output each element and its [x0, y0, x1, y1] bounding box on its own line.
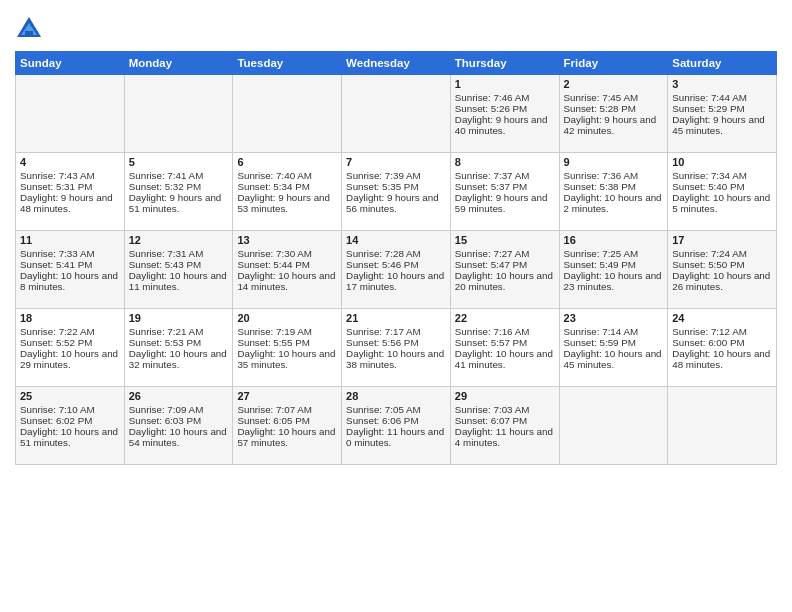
daylight-text: Daylight: 10 hours and 54 minutes.: [129, 426, 227, 448]
sunset-text: Sunset: 5:56 PM: [346, 337, 418, 348]
calendar-cell: 27Sunrise: 7:07 AMSunset: 6:05 PMDayligh…: [233, 387, 342, 465]
calendar-header-row: SundayMondayTuesdayWednesdayThursdayFrid…: [16, 52, 777, 75]
sunrise-text: Sunrise: 7:24 AM: [672, 248, 747, 259]
daylight-text: Daylight: 10 hours and 41 minutes.: [455, 348, 553, 370]
daylight-text: Daylight: 10 hours and 45 minutes.: [564, 348, 662, 370]
daylight-text: Daylight: 9 hours and 40 minutes.: [455, 114, 548, 136]
calendar-cell: 24Sunrise: 7:12 AMSunset: 6:00 PMDayligh…: [668, 309, 777, 387]
day-number: 3: [672, 78, 772, 90]
daylight-text: Daylight: 9 hours and 48 minutes.: [20, 192, 113, 214]
day-number: 24: [672, 312, 772, 324]
sunrise-text: Sunrise: 7:10 AM: [20, 404, 95, 415]
day-number: 18: [20, 312, 120, 324]
calendar-cell: 28Sunrise: 7:05 AMSunset: 6:06 PMDayligh…: [342, 387, 451, 465]
calendar-week-row: 4Sunrise: 7:43 AMSunset: 5:31 PMDaylight…: [16, 153, 777, 231]
day-number: 10: [672, 156, 772, 168]
daylight-text: Daylight: 10 hours and 48 minutes.: [672, 348, 770, 370]
sunrise-text: Sunrise: 7:07 AM: [237, 404, 312, 415]
day-number: 9: [564, 156, 664, 168]
weekday-header: Monday: [124, 52, 233, 75]
day-number: 17: [672, 234, 772, 246]
svg-rect-2: [25, 31, 33, 37]
sunrise-text: Sunrise: 7:37 AM: [455, 170, 530, 181]
sunset-text: Sunset: 5:50 PM: [672, 259, 744, 270]
sunset-text: Sunset: 5:34 PM: [237, 181, 309, 192]
day-number: 1: [455, 78, 555, 90]
calendar-cell: 14Sunrise: 7:28 AMSunset: 5:46 PMDayligh…: [342, 231, 451, 309]
calendar-body: 1Sunrise: 7:46 AMSunset: 5:26 PMDaylight…: [16, 75, 777, 465]
daylight-text: Daylight: 11 hours and 4 minutes.: [455, 426, 553, 448]
daylight-text: Daylight: 9 hours and 45 minutes.: [672, 114, 765, 136]
sunrise-text: Sunrise: 7:09 AM: [129, 404, 204, 415]
daylight-text: Daylight: 10 hours and 57 minutes.: [237, 426, 335, 448]
sunset-text: Sunset: 5:59 PM: [564, 337, 636, 348]
calendar-cell: 1Sunrise: 7:46 AMSunset: 5:26 PMDaylight…: [450, 75, 559, 153]
sunset-text: Sunset: 5:57 PM: [455, 337, 527, 348]
calendar-cell: 4Sunrise: 7:43 AMSunset: 5:31 PMDaylight…: [16, 153, 125, 231]
sunset-text: Sunset: 5:47 PM: [455, 259, 527, 270]
sunset-text: Sunset: 5:49 PM: [564, 259, 636, 270]
sunrise-text: Sunrise: 7:16 AM: [455, 326, 530, 337]
calendar-cell: 26Sunrise: 7:09 AMSunset: 6:03 PMDayligh…: [124, 387, 233, 465]
weekday-header: Wednesday: [342, 52, 451, 75]
daylight-text: Daylight: 10 hours and 32 minutes.: [129, 348, 227, 370]
sunset-text: Sunset: 6:02 PM: [20, 415, 92, 426]
day-number: 26: [129, 390, 229, 402]
weekday-header: Thursday: [450, 52, 559, 75]
daylight-text: Daylight: 10 hours and 17 minutes.: [346, 270, 444, 292]
header: [15, 10, 777, 43]
sunrise-text: Sunrise: 7:39 AM: [346, 170, 421, 181]
day-number: 8: [455, 156, 555, 168]
day-number: 22: [455, 312, 555, 324]
daylight-text: Daylight: 9 hours and 53 minutes.: [237, 192, 330, 214]
daylight-text: Daylight: 9 hours and 51 minutes.: [129, 192, 222, 214]
day-number: 16: [564, 234, 664, 246]
sunrise-text: Sunrise: 7:36 AM: [564, 170, 639, 181]
sunset-text: Sunset: 5:43 PM: [129, 259, 201, 270]
calendar-table: SundayMondayTuesdayWednesdayThursdayFrid…: [15, 51, 777, 465]
sunset-text: Sunset: 5:41 PM: [20, 259, 92, 270]
sunrise-text: Sunrise: 7:34 AM: [672, 170, 747, 181]
sunrise-text: Sunrise: 7:28 AM: [346, 248, 421, 259]
calendar-cell: 8Sunrise: 7:37 AMSunset: 5:37 PMDaylight…: [450, 153, 559, 231]
calendar-cell: 9Sunrise: 7:36 AMSunset: 5:38 PMDaylight…: [559, 153, 668, 231]
daylight-text: Daylight: 9 hours and 59 minutes.: [455, 192, 548, 214]
daylight-text: Daylight: 10 hours and 2 minutes.: [564, 192, 662, 214]
sunrise-text: Sunrise: 7:21 AM: [129, 326, 204, 337]
calendar-cell: [668, 387, 777, 465]
calendar-cell: 10Sunrise: 7:34 AMSunset: 5:40 PMDayligh…: [668, 153, 777, 231]
calendar-cell: 2Sunrise: 7:45 AMSunset: 5:28 PMDaylight…: [559, 75, 668, 153]
calendar-cell: 17Sunrise: 7:24 AMSunset: 5:50 PMDayligh…: [668, 231, 777, 309]
sunset-text: Sunset: 5:28 PM: [564, 103, 636, 114]
daylight-text: Daylight: 10 hours and 23 minutes.: [564, 270, 662, 292]
sunrise-text: Sunrise: 7:30 AM: [237, 248, 312, 259]
sunrise-text: Sunrise: 7:44 AM: [672, 92, 747, 103]
day-number: 28: [346, 390, 446, 402]
sunset-text: Sunset: 5:29 PM: [672, 103, 744, 114]
calendar-cell: 7Sunrise: 7:39 AMSunset: 5:35 PMDaylight…: [342, 153, 451, 231]
sunrise-text: Sunrise: 7:31 AM: [129, 248, 204, 259]
sunset-text: Sunset: 5:32 PM: [129, 181, 201, 192]
weekday-header: Saturday: [668, 52, 777, 75]
calendar-cell: [342, 75, 451, 153]
calendar-cell: 11Sunrise: 7:33 AMSunset: 5:41 PMDayligh…: [16, 231, 125, 309]
sunrise-text: Sunrise: 7:43 AM: [20, 170, 95, 181]
sunrise-text: Sunrise: 7:12 AM: [672, 326, 747, 337]
day-number: 23: [564, 312, 664, 324]
sunrise-text: Sunrise: 7:14 AM: [564, 326, 639, 337]
day-number: 15: [455, 234, 555, 246]
day-number: 11: [20, 234, 120, 246]
sunrise-text: Sunrise: 7:46 AM: [455, 92, 530, 103]
daylight-text: Daylight: 10 hours and 26 minutes.: [672, 270, 770, 292]
weekday-header: Tuesday: [233, 52, 342, 75]
sunrise-text: Sunrise: 7:19 AM: [237, 326, 312, 337]
calendar-cell: 5Sunrise: 7:41 AMSunset: 5:32 PMDaylight…: [124, 153, 233, 231]
day-number: 5: [129, 156, 229, 168]
calendar-cell: 29Sunrise: 7:03 AMSunset: 6:07 PMDayligh…: [450, 387, 559, 465]
day-number: 2: [564, 78, 664, 90]
daylight-text: Daylight: 9 hours and 42 minutes.: [564, 114, 657, 136]
daylight-text: Daylight: 10 hours and 29 minutes.: [20, 348, 118, 370]
calendar-week-row: 1Sunrise: 7:46 AMSunset: 5:26 PMDaylight…: [16, 75, 777, 153]
sunset-text: Sunset: 5:38 PM: [564, 181, 636, 192]
day-number: 6: [237, 156, 337, 168]
